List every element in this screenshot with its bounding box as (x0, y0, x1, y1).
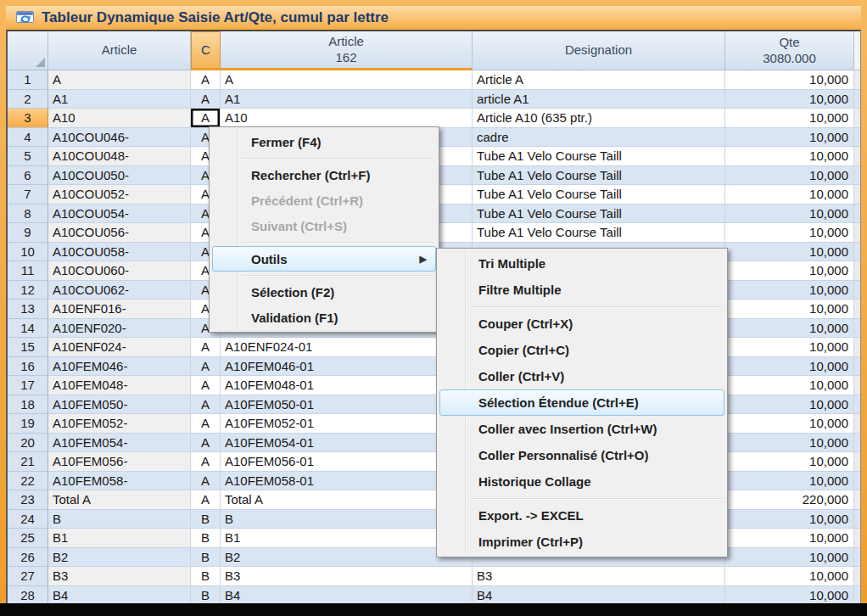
cell-article[interactable]: B2 (48, 548, 191, 568)
cell-designation[interactable]: B4 (473, 586, 725, 604)
cell-c[interactable]: A (191, 395, 221, 415)
cell-qte[interactable]: 10,000 (725, 166, 854, 186)
cell-article[interactable]: B (48, 510, 191, 529)
menu-item-validation-f1[interactable]: Validation (F1) (212, 305, 436, 330)
cell-c[interactable]: A (191, 109, 221, 128)
cell-article[interactable]: A1 (48, 90, 191, 109)
column-header-designation[interactable]: Designation (473, 31, 725, 70)
cell-qte[interactable]: 10,000 (725, 434, 854, 453)
cell-c[interactable]: B (191, 529, 221, 548)
row-number[interactable]: 9 (8, 223, 48, 243)
cell-qte[interactable]: 10,000 (725, 319, 854, 339)
row-number[interactable]: 19 (8, 414, 48, 434)
row-number[interactable]: 14 (8, 319, 48, 339)
cell-qte[interactable]: 10,000 (725, 472, 854, 491)
cell-c[interactable]: B (191, 567, 221, 586)
select-all-corner[interactable] (8, 31, 48, 70)
row-number[interactable]: 7 (8, 185, 48, 204)
cell-article-162[interactable]: B4 (221, 586, 473, 604)
cell-qte[interactable]: 10,000 (725, 300, 854, 319)
cell-designation[interactable]: cadre (473, 128, 725, 148)
cell-article-162[interactable]: A (221, 70, 473, 90)
cell-c[interactable]: A (191, 472, 221, 491)
row-number[interactable]: 25 (8, 529, 48, 548)
cell-designation[interactable]: B3 (473, 567, 725, 586)
cell-qte[interactable]: 220,000 (725, 490, 854, 510)
cell-qte[interactable]: 10,000 (725, 70, 854, 90)
cell-qte[interactable]: 10,000 (725, 204, 854, 224)
row-number[interactable]: 16 (8, 357, 48, 377)
menu-item-fermer-f4[interactable]: Fermer (F4) (212, 129, 436, 154)
cell-article[interactable]: B3 (48, 567, 191, 586)
cell-qte[interactable]: 10,000 (725, 586, 854, 604)
row-number[interactable]: 28 (8, 586, 48, 604)
menu-item-tri-multiple[interactable]: Tri Multiple (439, 250, 724, 277)
menu-item-export-excel[interactable]: Export. -> EXCEL (439, 502, 724, 529)
menu-item-coller-ctrl-v[interactable]: Coller (Ctrl+V) (439, 363, 724, 389)
cell-article[interactable]: A10COU050- (48, 166, 191, 186)
cell-article-162[interactable]: B (221, 510, 473, 529)
cell-qte[interactable]: 10,000 (725, 529, 854, 548)
cell-c[interactable]: A (191, 357, 221, 377)
row-number[interactable]: 15 (8, 338, 48, 357)
cell-designation[interactable]: Tube A1 Velo Course Taill (473, 166, 725, 186)
cell-article[interactable]: A10COU062- (48, 281, 191, 300)
cell-article-162[interactable]: A10 (221, 109, 473, 128)
cell-article[interactable]: A10ENF020- (48, 319, 191, 339)
cell-article[interactable]: A10COU056- (48, 223, 191, 243)
menu-item-imprimer-ctrl-p[interactable]: Imprimer (Ctrl+P) (439, 529, 724, 555)
cell-qte[interactable]: 10,000 (725, 567, 854, 586)
row-number[interactable]: 20 (8, 434, 48, 453)
row-number[interactable]: 27 (8, 567, 48, 586)
cell-designation[interactable]: Article A10 (635 ptr.) (473, 109, 725, 128)
cell-designation[interactable]: Tube A1 Velo Course Taill (473, 147, 725, 166)
cell-article[interactable]: B4 (48, 586, 191, 604)
cell-article-162[interactable]: A10FEM052-01 (221, 414, 473, 434)
cell-article-162[interactable]: A10FEM050-01 (221, 395, 473, 415)
column-header-article-162[interactable]: Article 162 (221, 31, 473, 70)
cell-article-162[interactable]: A1 (221, 90, 473, 109)
row-number[interactable]: 8 (8, 204, 48, 224)
cell-designation[interactable]: Tube A1 Velo Course Taill (473, 204, 725, 224)
cell-qte[interactable]: 10,000 (725, 261, 854, 281)
cell-article[interactable]: Total A (48, 490, 191, 510)
menu-item-filtre-multiple[interactable]: Filtre Multiple (439, 277, 724, 303)
cell-article-162[interactable]: A10ENF024-01 (221, 338, 473, 357)
menu-item-selection-f2[interactable]: Sélection (F2) (212, 279, 436, 305)
menu-item-rechercher-ctrl-f[interactable]: Rechercher (Ctrl+F) (212, 162, 436, 188)
row-number[interactable]: 17 (8, 376, 48, 395)
menu-item-outils[interactable]: Outils▶ (212, 246, 436, 272)
cell-qte[interactable]: 10,000 (725, 128, 854, 148)
cell-article[interactable]: A10COU054- (48, 204, 191, 224)
row-number[interactable]: 6 (8, 166, 48, 186)
row-number[interactable]: 4 (8, 128, 48, 148)
cell-qte[interactable]: 10,000 (725, 185, 854, 204)
cell-qte[interactable]: 10,000 (725, 452, 854, 472)
cell-article-162[interactable]: A10FEM058-01 (221, 472, 473, 491)
cell-article-162[interactable]: Total A (221, 490, 473, 510)
cell-qte[interactable]: 10,000 (725, 243, 854, 262)
cell-article[interactable]: A10FEM052- (48, 414, 191, 434)
cell-c[interactable]: A (191, 434, 221, 453)
cell-qte[interactable]: 10,000 (725, 510, 854, 529)
cell-article[interactable]: A10ENF024- (48, 338, 191, 357)
row-number[interactable]: 23 (8, 490, 48, 510)
row-number[interactable]: 13 (8, 300, 48, 319)
row-number[interactable]: 10 (8, 243, 48, 262)
menu-item-coller-personnalise-ctrl-o[interactable]: Coller Personnalisé (Ctrl+O) (439, 442, 724, 468)
cell-c[interactable]: A (191, 70, 221, 90)
menu-item-selection-etendue-ctrl-e[interactable]: Sélection Étendue (Ctrl+E) (439, 389, 724, 416)
cell-qte[interactable]: 10,000 (725, 414, 854, 434)
cell-designation[interactable]: Tube A1 Velo Course Taill (473, 185, 725, 204)
row-number[interactable]: 5 (8, 147, 48, 166)
cell-designation[interactable]: Article A (473, 70, 725, 90)
row-number[interactable]: 22 (8, 472, 48, 491)
cell-article[interactable]: A10ENF016- (48, 300, 191, 319)
row-number[interactable]: 3 (8, 109, 48, 128)
cell-c[interactable]: A (191, 490, 221, 510)
cell-qte[interactable]: 10,000 (725, 109, 854, 128)
cell-article[interactable]: A10FEM048- (48, 376, 191, 395)
cell-c[interactable]: A (191, 414, 221, 434)
menu-item-coller-avec-insertion-ctrl-w[interactable]: Coller avec Insertion (Ctrl+W) (439, 416, 724, 442)
row-number[interactable]: 2 (8, 90, 48, 109)
